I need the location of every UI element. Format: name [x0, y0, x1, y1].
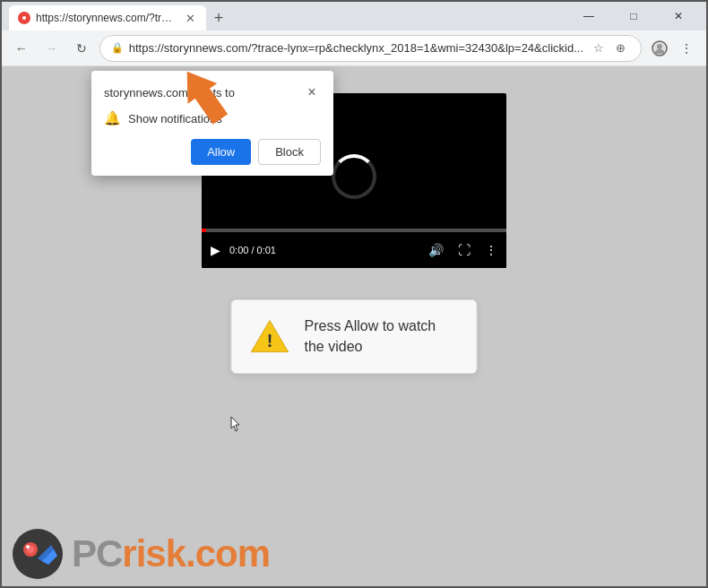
video-spinner: [332, 154, 376, 199]
minimize-button[interactable]: —: [568, 2, 609, 30]
arrow-indicator: [168, 66, 239, 129]
bookmark-button[interactable]: ☆: [589, 39, 609, 58]
more-options-button[interactable]: ⋮: [485, 243, 497, 257]
title-bar: https://storynnews.com/?trace-ly... ✕ + …: [2, 2, 706, 30]
profile-button[interactable]: [647, 36, 672, 61]
volume-button[interactable]: 🔊: [428, 243, 444, 257]
back-button[interactable]: ←: [9, 36, 34, 61]
svg-point-1: [22, 16, 26, 20]
tab-favicon: [18, 12, 30, 24]
fullscreen-button[interactable]: ⛶: [458, 243, 471, 257]
navigation-bar: ← → ↻ 🔒 https://storynnews.com/?trace-ly…: [2, 30, 706, 66]
svg-text:!: !: [267, 331, 273, 350]
address-text: https://storynnews.com/?trace-lynx=rp&ch…: [129, 41, 583, 55]
popup-close-button[interactable]: ×: [303, 83, 321, 101]
menu-button[interactable]: ⋮: [674, 36, 699, 61]
new-tab-button[interactable]: +: [206, 5, 231, 30]
close-button[interactable]: ✕: [658, 2, 699, 30]
svg-point-10: [26, 545, 30, 549]
active-tab[interactable]: https://storynnews.com/?trace-ly... ✕: [9, 5, 206, 30]
popup-buttons: Allow Block: [104, 139, 321, 165]
window-controls: — □ ✕: [568, 2, 699, 30]
watermark: PCrisk.com: [11, 527, 270, 581]
bell-icon: 🔔: [104, 110, 121, 126]
risk-text: risk.com: [122, 532, 270, 575]
allow-button[interactable]: Allow: [191, 139, 251, 165]
pcrisk-logo: [11, 527, 65, 581]
tab-container: https://storynnews.com/?trace-ly... ✕ +: [9, 2, 565, 30]
tab-close-button[interactable]: ✕: [183, 11, 197, 25]
message-text: Press Allow to watch the video: [305, 316, 459, 357]
pc-text: PC: [72, 532, 122, 575]
lock-icon: 🔒: [111, 42, 124, 54]
address-actions: ☆ ⊕: [589, 39, 630, 58]
svg-marker-4: [172, 66, 235, 129]
play-button[interactable]: ▶: [211, 243, 220, 257]
browser-content: storynnews.com wants to × 🔔 Show notific…: [2, 66, 706, 588]
nav-extras: ⋮: [647, 36, 699, 61]
message-box: ! Press Allow to watch the video: [231, 299, 478, 374]
cursor: [230, 416, 241, 432]
svg-point-3: [657, 44, 662, 49]
block-button[interactable]: Block: [258, 139, 321, 165]
address-bar[interactable]: 🔒 https://storynnews.com/?trace-lynx=rp&…: [99, 35, 642, 62]
refresh-button[interactable]: ↻: [69, 36, 94, 61]
video-time: 0:00 / 0:01: [229, 245, 276, 255]
video-controls: ▶ 0:00 / 0:01 🔊 ⛶ ⋮: [202, 232, 506, 268]
watermark-text: PCrisk.com: [72, 532, 270, 575]
warning-icon: !: [250, 316, 290, 357]
maximize-button[interactable]: □: [613, 2, 654, 30]
extensions-button[interactable]: ⊕: [610, 39, 630, 58]
forward-button[interactable]: →: [39, 36, 65, 61]
tab-title: https://storynnews.com/?trace-ly...: [36, 12, 177, 24]
